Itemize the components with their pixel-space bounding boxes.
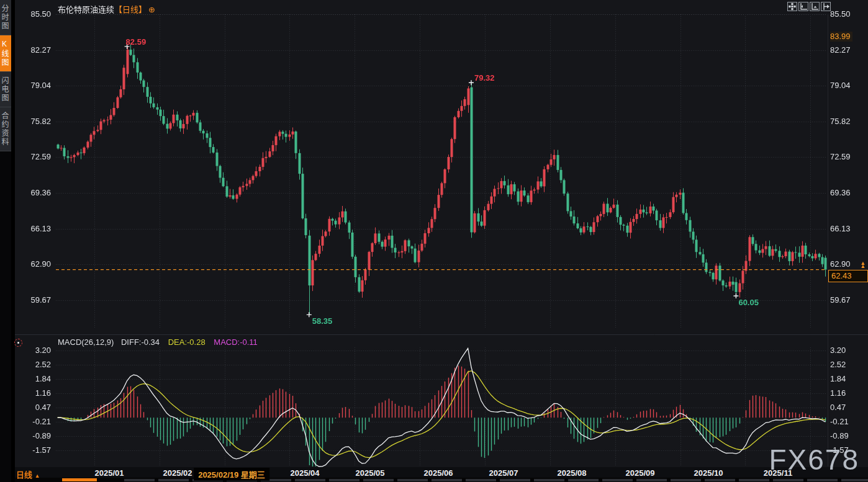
x-axis-label: 2025/07 [489, 468, 518, 478]
chart-type-sidebar: 分时图 K线图 闪电图 合约资料 [0, 0, 11, 482]
fx678-watermark: FX678 [769, 443, 859, 476]
macd-y-axis-label-right: 1.84 [830, 374, 846, 383]
chevron-up-icon: ▲ [35, 473, 40, 479]
macd-y-axis-label: 2.52 [15, 360, 51, 369]
y-axis-label-right: 62.90 [830, 259, 851, 269]
macd-y-axis-label: 1.16 [15, 388, 51, 398]
price-annotation: 82.59 [126, 37, 147, 47]
scrollbar-segment [705, 479, 735, 481]
macd-y-axis-label-right: -0.89 [830, 431, 849, 440]
macd-params-label: MACD(26,12,9) [58, 337, 114, 347]
y-axis-label-right: 75.82 [830, 117, 851, 126]
x-axis-label: 2025/05 [356, 468, 385, 478]
macd-y-axis-label-right: -0.21 [830, 417, 849, 426]
pan-mode-icon[interactable] [787, 2, 797, 11]
x-axis-label: 2025/01 [95, 468, 124, 478]
scrollbar-segment [295, 479, 325, 481]
scrollbar-segment [671, 479, 701, 481]
scrollbar-segment [739, 479, 769, 481]
scrollbar-segment [329, 479, 359, 481]
price-annotation: 79.32 [474, 73, 495, 83]
macd-y-axis-label-right: 0.47 [830, 403, 846, 412]
y-axis-label-right: 72.59 [830, 152, 851, 161]
last-price-box: 62.43 [828, 270, 868, 282]
y-axis-label: 75.82 [15, 117, 51, 126]
timeframe-selector[interactable]: 日线 ▲ [16, 468, 40, 480]
right-axis-price-marker: 83.99 [830, 32, 852, 42]
macd-macd-value: MACD:-0.11 [214, 337, 258, 347]
y-axis-label-right: 59.67 [830, 295, 851, 305]
y-axis-label: 69.36 [15, 188, 51, 197]
highlighted-date-label: 2025/02/19 星期三 [194, 468, 269, 481]
sidebar-item-contract-info[interactable]: 合约资料 [0, 107, 11, 151]
macd-y-axis-label-right: 3.20 [830, 346, 846, 355]
price-annotation: 58.35 [312, 316, 333, 326]
y-axis-label: 79.04 [15, 81, 51, 90]
scrollbar-segment [466, 479, 496, 481]
y-axis-label: 85.50 [15, 9, 51, 19]
scroll-to-latest-icon[interactable]: ▲▲ [859, 262, 867, 268]
sidebar-item-kline-chart[interactable]: K线图 [0, 35, 11, 72]
candlestick-macd-canvas[interactable] [15, 0, 868, 482]
macd-y-axis-label-right: 1.16 [830, 388, 846, 398]
y-axis-label-right: 85.50 [830, 9, 851, 19]
chart-area: 布伦特原油连续【日线】⊕ MACD(26,12,9) DIFF:-0.34 DE… [15, 0, 868, 482]
scrollbar-segment [534, 479, 564, 481]
x-axis-label: 2025/04 [291, 468, 320, 478]
macd-y-axis-label: 1.84 [15, 374, 51, 383]
x-axis-label: 2025/06 [424, 468, 453, 478]
scrollbar-segment [363, 479, 394, 481]
sidebar-item-time-chart[interactable]: 分时图 [0, 0, 11, 35]
scrollbar-segment [500, 479, 530, 481]
scrollbar-segment [841, 479, 868, 481]
macd-y-axis-label: -0.21 [15, 417, 51, 426]
y-axis-label: 66.13 [15, 224, 51, 233]
x-axis-label: 2025/10 [694, 468, 723, 478]
x-axis-label: 2025/02 [163, 468, 192, 478]
y-axis-label-right: 69.36 [830, 188, 851, 197]
scrollbar-segment [124, 479, 155, 481]
reset-scale-icon[interactable] [821, 2, 831, 11]
scrollbar-segment [636, 479, 667, 481]
y-axis-label: 62.90 [15, 259, 51, 269]
y-axis-label-right: 79.04 [830, 81, 851, 90]
app-window: 分时图 K线图 闪电图 合约资料 布伦特原油连续【日线】⊕ MACD(26,12… [0, 0, 868, 482]
x-axis-label: 2025/08 [558, 468, 587, 478]
scrollbar-segment [568, 479, 599, 481]
macd-y-axis-label: -0.89 [15, 431, 51, 440]
period-tag: 【日线】 [114, 5, 147, 14]
scrollbar-thumb[interactable] [62, 478, 97, 481]
scrollbar-segment [807, 479, 838, 481]
x-axis-label: 2025/09 [626, 468, 655, 478]
scrollbar-segment [397, 479, 428, 481]
scrollbar-segment [773, 479, 803, 481]
x-axis-scale-icon[interactable] [810, 2, 820, 11]
indicator-settings-icon[interactable] [14, 339, 22, 347]
macd-readout-row: MACD(26,12,9) DIFF:-0.34 DEA:-0.28 MACD:… [58, 337, 258, 347]
sidebar-item-lightning-chart[interactable]: 闪电图 [0, 72, 11, 107]
y-axis-label: 59.67 [15, 295, 51, 305]
circle-plus-icon[interactable]: ⊕ [148, 5, 155, 14]
macd-diff-value: DIFF:-0.34 [121, 337, 160, 347]
y-axis-label-right: 66.13 [830, 224, 851, 233]
chart-toolbar [787, 2, 831, 11]
scrollbar-segment [432, 479, 462, 481]
macd-dea-value: DEA:-0.28 [168, 337, 206, 347]
chart-title-row: 布伦特原油连续【日线】⊕ [58, 3, 155, 15]
y-axis-scale-icon[interactable] [798, 2, 808, 11]
y-axis-label-right: 82.27 [830, 45, 851, 55]
scrollbar-segment [602, 479, 633, 481]
macd-y-axis-label-right: 2.52 [830, 360, 846, 369]
y-axis-label: 72.59 [15, 152, 51, 161]
y-axis-label: 82.27 [15, 45, 51, 55]
scrollbar-segment [158, 479, 189, 481]
macd-y-axis-label: -1.57 [15, 445, 51, 455]
price-annotation: 60.05 [738, 298, 759, 307]
instrument-title: 布伦特原油连续 [58, 5, 114, 14]
macd-y-axis-label: 3.20 [15, 346, 51, 355]
macd-y-axis-label: 0.47 [15, 403, 51, 412]
